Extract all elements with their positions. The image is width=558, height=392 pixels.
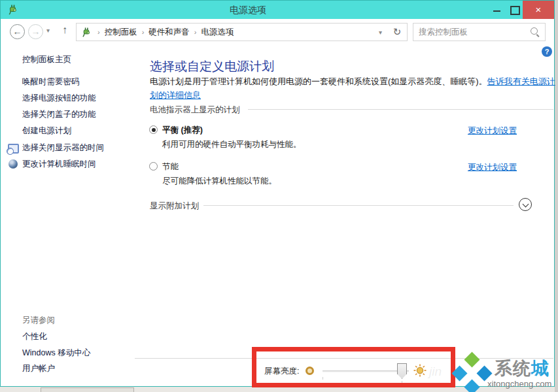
watermark-url: xitongcheng.com bbox=[487, 379, 551, 389]
plan-balanced-description: 利用可用的硬件自动平衡功耗与性能。 bbox=[162, 139, 302, 150]
search-input[interactable] bbox=[413, 24, 529, 41]
sidebar-item-home[interactable]: 控制面板主页 bbox=[22, 54, 71, 65]
section-divider bbox=[248, 109, 553, 110]
battery-plans-section-label: 电池指示器上显示的计划 bbox=[150, 105, 240, 116]
sidebar-item-power-buttons[interactable]: 选择电源按钮的功能 bbox=[22, 93, 96, 104]
search-icon[interactable] bbox=[529, 26, 540, 38]
plan-power-saver-label[interactable]: 节能 bbox=[162, 161, 179, 172]
sidebar-item-create-plan[interactable]: 创建电源计划 bbox=[22, 125, 71, 137]
maximize-button[interactable] bbox=[506, 1, 523, 19]
power-options-window: 电源选项 × ← → ▾ ↑ › 控制面板 › 硬件和声音 › 电源选项 ▾ ↻… bbox=[0, 0, 555, 387]
brand-blue-text: 城 bbox=[531, 359, 549, 378]
breadcrumb-power-options[interactable]: 电源选项 bbox=[201, 27, 234, 38]
display-timeout-icon bbox=[8, 144, 19, 154]
sidebar-item-mobility-center[interactable]: Windows 移动中心 bbox=[22, 348, 90, 359]
logo-diamond-green bbox=[464, 351, 480, 367]
back-button[interactable]: ← bbox=[10, 24, 25, 39]
up-arrow-icon: ↑ bbox=[62, 24, 67, 35]
address-dropdown-icon[interactable]: ▾ bbox=[379, 29, 383, 36]
page-title: 选择或自定义电源计划 bbox=[150, 58, 274, 75]
radio-power-saver[interactable] bbox=[149, 162, 158, 171]
address-bar[interactable]: › 控制面板 › 硬件和声音 › 电源选项 ▾ bbox=[76, 23, 388, 41]
title-bar: 电源选项 × bbox=[1, 1, 554, 19]
search-box bbox=[413, 23, 546, 41]
breadcrumb-separator: › bbox=[93, 28, 105, 36]
window-title: 电源选项 bbox=[1, 1, 495, 19]
sidebar-item-personalization[interactable]: 个性化 bbox=[22, 331, 47, 342]
change-plan-settings-link-balanced[interactable]: 更改计划设置 bbox=[468, 125, 517, 137]
back-icon: ← bbox=[13, 26, 22, 37]
watermark-brand: 系统城 bbox=[495, 357, 549, 380]
breadcrumb-hardware-sound[interactable]: 硬件和声音 bbox=[148, 27, 190, 38]
plan-balanced-label[interactable]: 平衡 (推荐) bbox=[162, 125, 203, 136]
chevron-down-icon: ▾ bbox=[46, 27, 50, 34]
breadcrumb-separator: › bbox=[190, 28, 201, 36]
minimize-button[interactable] bbox=[489, 1, 506, 19]
expand-additional-plans-button[interactable] bbox=[519, 198, 532, 211]
refresh-icon: ↻ bbox=[393, 26, 402, 37]
breadcrumb-separator: › bbox=[137, 28, 149, 36]
sleep-icon bbox=[9, 159, 18, 169]
additional-plans-label: 显示附加计划 bbox=[150, 201, 199, 212]
up-button[interactable]: ↑ bbox=[58, 24, 71, 36]
refresh-button[interactable]: ↻ bbox=[387, 23, 408, 41]
help-icon[interactable]: ? bbox=[542, 46, 552, 57]
logo-diamond-blue bbox=[464, 379, 480, 392]
plan-power-saver-description: 尽可能降低计算机性能以节能。 bbox=[162, 176, 277, 187]
sidebar-item-lid-close[interactable]: 选择关闭盖子的功能 bbox=[22, 109, 96, 120]
taskbar-fragment bbox=[41, 387, 134, 392]
logo-diamond-blue bbox=[451, 365, 467, 381]
sidebar-item-display-off-time[interactable]: 选择关闭显示器的时间 bbox=[22, 142, 104, 154]
sidebar-item-sleep-time[interactable]: 更改计算机睡眠时间 bbox=[22, 159, 96, 170]
intro-paragraph: 电源计划是用于管理计算机如何使用电源的一套硬件和系统设置(如显示器亮度、睡眠等)… bbox=[150, 74, 555, 102]
annotation-red-box bbox=[252, 347, 455, 387]
radio-balanced[interactable] bbox=[149, 125, 158, 134]
history-dropdown-button[interactable]: ▾ bbox=[46, 27, 50, 34]
section-divider bbox=[203, 205, 514, 206]
see-also-header: 另请参阅 bbox=[22, 315, 55, 326]
change-plan-settings-link-power-saver[interactable]: 更改计划设置 bbox=[468, 162, 517, 173]
power-plug-icon bbox=[80, 27, 92, 38]
sidebar-item-user-accounts[interactable]: 用户帐户 bbox=[22, 363, 55, 374]
close-button[interactable]: × bbox=[523, 1, 554, 19]
brand-gray-text: 系统 bbox=[495, 359, 531, 378]
forward-button[interactable]: → bbox=[28, 24, 43, 39]
sidebar-item-password-wakeup[interactable]: 唤醒时需要密码 bbox=[22, 76, 80, 88]
breadcrumb-control-panel[interactable]: 控制面板 bbox=[105, 27, 137, 38]
forward-icon: → bbox=[31, 26, 41, 37]
intro-text: 电源计划是用于管理计算机如何使用电源的一套硬件和系统设置(如显示器亮度、睡眠等)… bbox=[150, 76, 487, 86]
site-watermark: 系统城 xitongcheng.com bbox=[453, 353, 557, 392]
